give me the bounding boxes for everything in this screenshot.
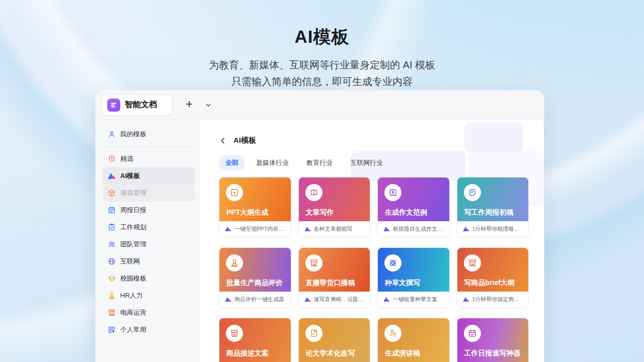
- sidebar-item-label: 项目管理: [120, 189, 146, 198]
- card-cover: 种草文撰写: [378, 248, 449, 292]
- card-cover: 商品描述文案: [219, 318, 291, 362]
- template-card[interactable]: 写商品brief大纲 1分钟帮你搞定商品宣传...: [457, 247, 529, 308]
- card-subtitle: 各种文章都能写: [314, 225, 353, 233]
- new-document-button[interactable]: +: [182, 98, 197, 113]
- card-cover: 批量生产商品评价: [219, 248, 291, 292]
- store-icon: [309, 258, 318, 267]
- template-card[interactable]: 生成作文范例 根据题目生成作文范例: [377, 177, 450, 237]
- sidebar-item-10[interactable]: HR人力: [103, 287, 195, 304]
- stamp-icon: [108, 292, 116, 300]
- ai-logo-icon: [225, 297, 231, 302]
- grid-blocks-icon: [108, 326, 116, 334]
- back-chevron-icon[interactable]: [219, 137, 227, 145]
- sidebar-item-0[interactable]: 我的模板: [103, 126, 195, 143]
- person-icon: [108, 130, 116, 138]
- tab-0[interactable]: 全部: [219, 155, 245, 170]
- card-icon-badge: [464, 325, 481, 342]
- sidebar-item-label: 电商运营: [120, 308, 146, 317]
- card-subtitle: 一键呈现PPT内容框架: [234, 225, 285, 233]
- store-icon: [468, 258, 477, 267]
- card-footer: 1分钟帮你梳理每周事项: [457, 221, 529, 237]
- app-window: 智能文档 + 我的模板 精选 AI模板 项目管理 周报日报 工作规划 团队管理 …: [96, 90, 544, 362]
- template-card[interactable]: 批量生产商品评价 商品评价一键生成器: [219, 247, 291, 308]
- ai-logo-icon: [383, 226, 390, 232]
- sidebar-item-8[interactable]: 互联网: [103, 253, 195, 270]
- tab-2[interactable]: 教育行业: [300, 155, 339, 170]
- doc-lines-icon: [107, 99, 120, 112]
- chevron-down-icon[interactable]: [201, 98, 216, 113]
- card-footer: 根据题目生成作文范例: [378, 221, 449, 237]
- app-switcher[interactable]: 智能文档: [102, 95, 173, 116]
- card-title: 写商品brief大纲: [464, 279, 515, 288]
- sidebar-item-6[interactable]: 工作规划: [103, 219, 195, 236]
- grad-cap-icon: [108, 275, 116, 283]
- card-footer: 各种文章都能写: [299, 221, 370, 237]
- card-icon-badge: [226, 325, 243, 342]
- template-card[interactable]: PPT大纲生成 一键呈现PPT内容框架: [219, 177, 291, 237]
- sidebar-item-5[interactable]: 周报日报: [103, 202, 195, 219]
- sidebar-item-7[interactable]: 团队管理: [103, 236, 195, 253]
- people-icon: [108, 240, 116, 248]
- card-title: 文章写作: [306, 208, 334, 217]
- tab-3[interactable]: 互联网行业: [344, 155, 389, 170]
- sidebar-item-4[interactable]: 项目管理: [103, 185, 195, 202]
- sidebar-item-11[interactable]: 电商运营: [103, 304, 195, 321]
- sidebar-item-label: HR人力: [120, 291, 143, 300]
- window-topbar: 智能文档 +: [96, 90, 544, 120]
- card-footer: 一键批量种草文案: [378, 292, 449, 307]
- template-card[interactable]: 论文学术化改写: [298, 318, 371, 362]
- card-cover: 写商品brief大纲: [457, 248, 529, 292]
- card-subtitle: 1分钟帮你梳理每周事项: [472, 225, 523, 233]
- card-subtitle: 一键批量种草文案: [393, 296, 437, 303]
- card-icon-badge: [226, 254, 243, 272]
- card-title: 写工作周报初稿: [464, 208, 514, 217]
- card-icon-badge: [305, 184, 323, 201]
- card-title: PPT大纲生成: [226, 208, 268, 217]
- sidebar-divider: [105, 146, 193, 147]
- ai-logo-icon: [383, 297, 390, 302]
- card-title: 工作日报速写神器: [464, 349, 521, 358]
- card-subtitle: 速写直播稿，话题卖点...: [314, 296, 365, 303]
- card-subtitle: 1分钟帮你搞定商品宣传...: [472, 296, 523, 303]
- card-cover: 论文学术化改写: [299, 318, 370, 362]
- calendar-icon: [108, 206, 116, 214]
- play-icon: [230, 188, 239, 197]
- card-title: 论文学术化改写: [306, 349, 355, 358]
- calendar-icon: [468, 329, 477, 338]
- stamp-icon: [230, 258, 239, 267]
- card-title: 商品描述文案: [226, 349, 269, 358]
- template-card[interactable]: 工作日报速写神器: [457, 318, 529, 362]
- tab-1[interactable]: 新媒体行业: [250, 155, 295, 170]
- sidebar-item-label: 互联网: [120, 257, 140, 266]
- sidebar-item-label: AI模板: [120, 171, 140, 180]
- ai-logo-icon: [225, 226, 231, 232]
- card-subtitle: 根据题目生成作文范例: [393, 225, 444, 233]
- sidebar-item-12[interactable]: 个人常用: [103, 321, 195, 338]
- card-icon-badge: [464, 254, 481, 272]
- clipboard-check-icon: [108, 223, 116, 231]
- card-icon-badge: [226, 184, 243, 201]
- category-tabs: 全部新媒体行业教育行业互联网行业: [219, 155, 529, 170]
- page-header: AI模板 为教育、新媒体、互联网等行业量身定制的 AI 模板 只需输入简单的信息…: [0, 25, 644, 90]
- template-card[interactable]: 种草文撰写 一键批量种草文案: [377, 247, 450, 308]
- globe-icon: [108, 257, 116, 265]
- template-card[interactable]: 商品描述文案: [219, 318, 291, 362]
- sidebar-item-9[interactable]: 校园模板: [103, 270, 195, 287]
- card-title: 种草文撰写: [385, 279, 420, 288]
- page-subtitle-line1: 为教育、新媒体、互联网等行业量身定制的 AI 模板: [0, 57, 644, 73]
- speaker-person-icon: [388, 329, 397, 338]
- card-icon-badge: [384, 325, 401, 342]
- card-title: 直播带货口播稿: [306, 279, 355, 288]
- card-footer: 商品评价一键生成器: [219, 292, 291, 307]
- template-card[interactable]: 生成演讲稿: [377, 318, 450, 362]
- template-card[interactable]: 文章写作 各种文章都能写: [298, 177, 371, 237]
- sidebar-item-3[interactable]: AI模板: [103, 167, 195, 185]
- page-subtitle-line2: 只需输入简单的信息，即可生成专业内容: [0, 73, 644, 90]
- card-title: 生成作文范例: [385, 208, 427, 217]
- sidebar-item-label: 校园模板: [120, 274, 146, 283]
- template-card[interactable]: 直播带货口播稿 速写直播稿，话题卖点...: [298, 247, 371, 308]
- store-icon: [230, 329, 239, 338]
- template-card[interactable]: 写工作周报初稿 1分钟帮你梳理每周事项: [457, 177, 529, 237]
- sidebar-item-2[interactable]: 精选: [103, 150, 195, 167]
- sidebar: 我的模板 精选 AI模板 项目管理 周报日报 工作规划 团队管理 互联网 校园模…: [96, 120, 200, 362]
